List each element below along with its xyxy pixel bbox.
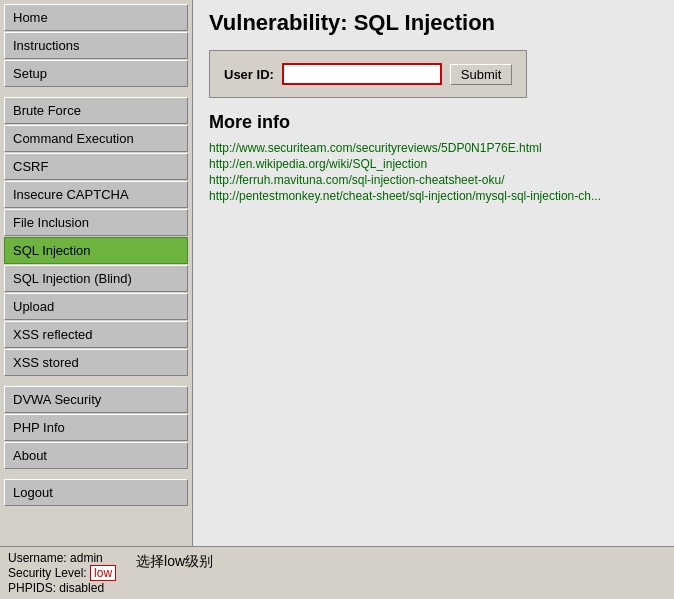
phpids-row: PHPIDS: disabled xyxy=(8,581,116,595)
info-link-1[interactable]: http://www.securiteam.com/securityreview… xyxy=(209,141,658,155)
sidebar-item-sql-injection-blind[interactable]: SQL Injection (Blind) xyxy=(4,265,188,292)
username-label: Username: xyxy=(8,551,67,565)
sidebar-item-brute-force[interactable]: Brute Force xyxy=(4,97,188,124)
sidebar-item-instructions[interactable]: Instructions xyxy=(4,32,188,59)
username-value: admin xyxy=(70,551,103,565)
security-label: Security Level: xyxy=(8,566,87,580)
sidebar-group-vuln: Brute Force Command Execution CSRF Insec… xyxy=(4,97,188,376)
footer-info: Username: admin Security Level: low PHPI… xyxy=(8,551,116,595)
footer-note: 选择low级别 xyxy=(136,553,213,571)
sidebar: Home Instructions Setup Brute Force Comm… xyxy=(0,0,192,599)
sidebar-item-setup[interactable]: Setup xyxy=(4,60,188,87)
sidebar-item-php-info[interactable]: PHP Info xyxy=(4,414,188,441)
sidebar-item-upload[interactable]: Upload xyxy=(4,293,188,320)
page-title: Vulnerability: SQL Injection xyxy=(209,10,658,36)
info-link-3[interactable]: http://ferruh.mavituna.com/sql-injection… xyxy=(209,173,658,187)
sidebar-group-logout: Logout xyxy=(4,479,188,506)
phpids-label: PHPIDS: xyxy=(8,581,56,595)
security-value: low xyxy=(90,565,116,581)
user-id-input[interactable] xyxy=(282,63,442,85)
user-id-label: User ID: xyxy=(224,67,274,82)
form-row: User ID: Submit xyxy=(224,63,512,85)
sidebar-item-sql-injection[interactable]: SQL Injection xyxy=(4,237,188,264)
sidebar-item-xss-reflected[interactable]: XSS reflected xyxy=(4,321,188,348)
sidebar-divider-3 xyxy=(4,474,188,478)
sidebar-group-admin: DVWA Security PHP Info About xyxy=(4,386,188,469)
footer: Username: admin Security Level: low PHPI… xyxy=(0,546,674,599)
sidebar-divider-2 xyxy=(4,381,188,385)
user-id-form: User ID: Submit xyxy=(209,50,527,98)
sidebar-group-top: Home Instructions Setup xyxy=(4,4,188,87)
submit-button[interactable]: Submit xyxy=(450,64,512,85)
info-link-4[interactable]: http://pentestmonkey.net/cheat-sheet/sql… xyxy=(209,189,658,203)
sidebar-item-logout[interactable]: Logout xyxy=(4,479,188,506)
sidebar-item-insecure-captcha[interactable]: Insecure CAPTCHA xyxy=(4,181,188,208)
sidebar-item-file-inclusion[interactable]: File Inclusion xyxy=(4,209,188,236)
sidebar-item-command-execution[interactable]: Command Execution xyxy=(4,125,188,152)
more-info-title: More info xyxy=(209,112,658,133)
sidebar-item-about[interactable]: About xyxy=(4,442,188,469)
sidebar-item-dvwa-security[interactable]: DVWA Security xyxy=(4,386,188,413)
phpids-value: disabled xyxy=(59,581,104,595)
sidebar-item-home[interactable]: Home xyxy=(4,4,188,31)
sidebar-item-csrf[interactable]: CSRF xyxy=(4,153,188,180)
main-content: Vulnerability: SQL Injection User ID: Su… xyxy=(192,0,674,599)
info-link-2[interactable]: http://en.wikipedia.org/wiki/SQL_injecti… xyxy=(209,157,658,171)
sidebar-divider-1 xyxy=(4,92,188,96)
sidebar-item-xss-stored[interactable]: XSS stored xyxy=(4,349,188,376)
username-row: Username: admin xyxy=(8,551,116,565)
security-row: Security Level: low xyxy=(8,566,116,580)
info-links-list: http://www.securiteam.com/securityreview… xyxy=(209,141,658,203)
